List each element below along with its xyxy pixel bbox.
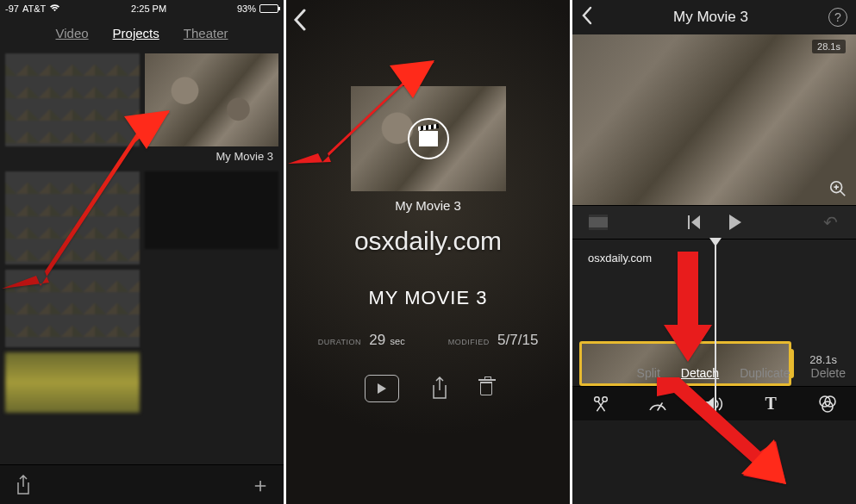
duration-badge: 28.1s: [812, 40, 846, 53]
help-button[interactable]: ?: [828, 8, 847, 27]
svg-marker-10: [664, 252, 712, 362]
tutorial-arrow: [657, 377, 795, 493]
delete-button[interactable]: Delete: [811, 366, 846, 380]
cut-tool[interactable]: [590, 393, 612, 415]
svg-marker-3: [390, 60, 434, 98]
play-icon: [378, 383, 386, 394]
project-thumb[interactable]: [5, 352, 140, 413]
battery-pct: 93%: [237, 3, 256, 14]
play-button[interactable]: [365, 375, 399, 402]
project-title: MY MOVIE 3: [369, 287, 488, 309]
top-tabs: Video Projects Theater: [0, 17, 284, 48]
status-time: 2:25 PM: [131, 3, 166, 14]
project-detail-screen: My Movie 3 osxdaily.com MY MOVIE 3 DURAT…: [286, 0, 570, 504]
back-button[interactable]: [293, 9, 307, 37]
modified-meta: MODIFIED 5/7/15: [448, 332, 539, 349]
duration-meta: DURATION 29 sec: [318, 332, 405, 349]
film-icon: [589, 215, 608, 230]
svg-point-6: [595, 396, 600, 401]
tab-video[interactable]: Video: [56, 26, 89, 40]
bottom-toolbar: ＋: [0, 464, 284, 504]
tab-projects[interactable]: Projects: [113, 26, 159, 40]
filter-tool[interactable]: [816, 393, 839, 415]
play-button[interactable]: [729, 215, 741, 230]
projects-screen: -97 AT&T 2:25 PM 93% Video Projects Thea…: [0, 0, 284, 504]
playback-bar: ↶: [572, 205, 856, 240]
delete-button[interactable]: [480, 375, 492, 402]
add-project-button[interactable]: ＋: [246, 470, 275, 500]
editor-header: My Movie 3 ?: [572, 0, 856, 34]
media-library-button[interactable]: [581, 215, 615, 230]
watermark-text: osxdaily.com: [354, 227, 502, 256]
status-bar: -97 AT&T 2:25 PM 93%: [0, 0, 284, 17]
tutorial-arrow: [2, 95, 174, 296]
zoom-button[interactable]: [828, 179, 847, 198]
signal-strength: -97: [5, 3, 19, 14]
project-name-label: My Movie 3: [395, 198, 461, 213]
undo-button[interactable]: ↶: [823, 212, 838, 233]
tab-theater[interactable]: Theater: [184, 26, 228, 40]
share-button[interactable]: [430, 375, 449, 402]
video-preview[interactable]: 28.1s: [572, 34, 856, 205]
svg-point-5: [603, 396, 608, 401]
step-back-button[interactable]: [688, 215, 700, 229]
battery-icon: [259, 4, 278, 13]
share-button[interactable]: [9, 470, 38, 500]
project-title: My Movie 3: [673, 9, 748, 26]
title-overlay-text[interactable]: osxdaily.com: [588, 252, 652, 264]
trash-icon: [480, 382, 492, 395]
carrier-label: AT&T: [22, 3, 46, 14]
wifi-icon: [49, 3, 60, 14]
tutorial-arrow: [288, 52, 443, 176]
editor-screen: My Movie 3 ? 28.1s ↶ osxdaily.com 28.1s …: [572, 0, 856, 504]
tutorial-arrow: [662, 252, 714, 367]
back-button[interactable]: [581, 6, 593, 29]
